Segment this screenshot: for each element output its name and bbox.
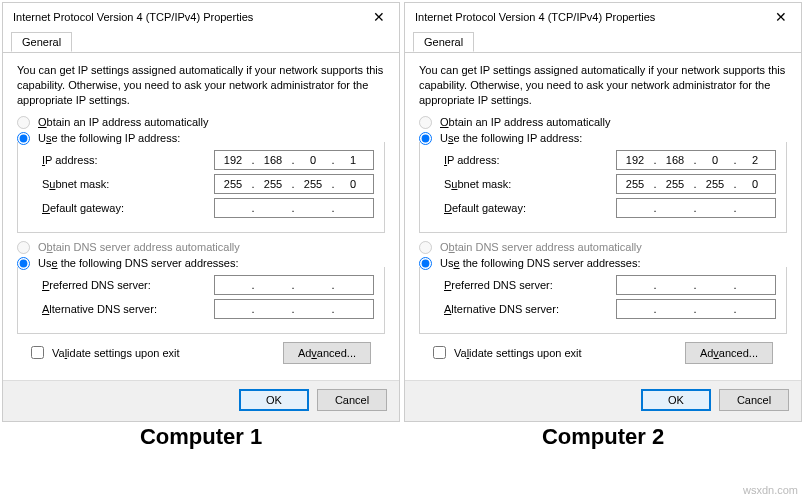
alternate-dns-input[interactable]: ... (616, 299, 776, 319)
radio-obtain-ip-auto[interactable]: Obtain an IP address automatically (17, 116, 385, 129)
cancel-button[interactable]: Cancel (719, 389, 789, 411)
ip-address-label: IP address: (42, 154, 214, 166)
window-title: Internet Protocol Version 4 (TCP/IPv4) P… (13, 11, 253, 23)
default-gateway-input[interactable]: ... (214, 198, 374, 218)
caption-label: Computer 1 (2, 424, 400, 450)
preferred-dns-input[interactable]: ... (616, 275, 776, 295)
validate-checkbox[interactable]: Validate settings upon exit (31, 346, 180, 359)
ok-button[interactable]: OK (641, 389, 711, 411)
watermark: wsxdn.com (743, 484, 798, 496)
subnet-mask-label: Subnet mask: (444, 178, 616, 190)
default-gateway-input[interactable]: ... (616, 198, 776, 218)
subnet-mask-label: Subnet mask: (42, 178, 214, 190)
dialog-buttons: OK Cancel (405, 380, 801, 421)
dns-group: Preferred DNS server: ... Alternative DN… (419, 267, 787, 334)
radio-obtain-dns-auto: Obtain DNS server address automatically (17, 241, 385, 254)
default-gateway-label: Default gateway: (444, 202, 616, 214)
ip-address-input[interactable]: 192.168.0.1 (214, 150, 374, 170)
default-gateway-label: Default gateway: (42, 202, 214, 214)
dns-group: Preferred DNS server: ... Alternative DN… (17, 267, 385, 334)
validate-checkbox[interactable]: Validate settings upon exit (433, 346, 582, 359)
tabstrip: General (405, 31, 801, 53)
titlebar: Internet Protocol Version 4 (TCP/IPv4) P… (3, 3, 399, 29)
caption-label: Computer 2 (404, 424, 802, 450)
radio-obtain-ip-auto[interactable]: Obtain an IP address automatically (419, 116, 787, 129)
titlebar: Internet Protocol Version 4 (TCP/IPv4) P… (405, 3, 801, 29)
subnet-mask-input[interactable]: 255.255.255.0 (616, 174, 776, 194)
preferred-dns-label: Preferred DNS server: (444, 279, 616, 291)
tabstrip: General (3, 31, 399, 53)
ip-group: IP address: 192.168.0.1 Subnet mask: 255… (17, 142, 385, 233)
advanced-button[interactable]: Advanced... (685, 342, 773, 364)
alternate-dns-label: Alternative DNS server: (42, 303, 214, 315)
alternate-dns-input[interactable]: ... (214, 299, 374, 319)
preferred-dns-label: Preferred DNS server: (42, 279, 214, 291)
dialog-1: Internet Protocol Version 4 (TCP/IPv4) P… (404, 2, 802, 422)
description-text: You can get IP settings assigned automat… (419, 63, 787, 108)
close-icon[interactable]: ✕ (771, 9, 791, 25)
tab-general[interactable]: General (11, 32, 72, 52)
alternate-dns-label: Alternative DNS server: (444, 303, 616, 315)
description-text: You can get IP settings assigned automat… (17, 63, 385, 108)
close-icon[interactable]: ✕ (369, 9, 389, 25)
dialog-buttons: OK Cancel (3, 380, 399, 421)
ok-button[interactable]: OK (239, 389, 309, 411)
subnet-mask-input[interactable]: 255.255.255.0 (214, 174, 374, 194)
preferred-dns-input[interactable]: ... (214, 275, 374, 295)
ip-group: IP address: 192.168.0.2 Subnet mask: 255… (419, 142, 787, 233)
dialog-0: Internet Protocol Version 4 (TCP/IPv4) P… (2, 2, 400, 422)
ip-address-label: IP address: (444, 154, 616, 166)
tab-general[interactable]: General (413, 32, 474, 52)
ip-address-input[interactable]: 192.168.0.2 (616, 150, 776, 170)
advanced-button[interactable]: Advanced... (283, 342, 371, 364)
cancel-button[interactable]: Cancel (317, 389, 387, 411)
radio-obtain-dns-auto: Obtain DNS server address automatically (419, 241, 787, 254)
window-title: Internet Protocol Version 4 (TCP/IPv4) P… (415, 11, 655, 23)
